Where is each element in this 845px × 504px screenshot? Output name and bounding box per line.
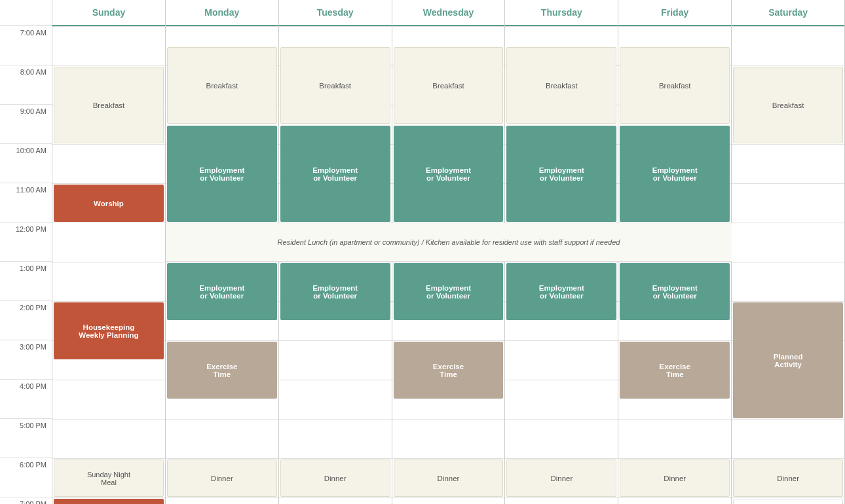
grid-line xyxy=(732,144,844,145)
time-label: 8:00 AM xyxy=(0,65,52,105)
day-body-wednesday: Resident Lunch (in apartment or communit… xyxy=(392,26,505,504)
grid-line xyxy=(52,301,165,302)
grid-line xyxy=(52,497,165,498)
event-employment: Employment or Volunteer xyxy=(280,126,390,222)
event-exercise: Exercise Time xyxy=(394,342,504,399)
event-exercise: Exercise Time xyxy=(167,342,277,399)
event-exercise: Exercise Time xyxy=(620,342,730,399)
day-body-thursday: BreakfastEmployment or VolunteerEmployme… xyxy=(505,26,618,504)
grid-line xyxy=(52,223,165,223)
grid-line xyxy=(392,223,505,223)
event-breakfast: Breakfast xyxy=(54,67,164,143)
day-col-saturday: SaturdayBreakfastPlanned ActivityDinnerS… xyxy=(732,0,845,504)
event-social: Social Activity (Minor/Major League Spor… xyxy=(733,499,843,504)
day-header-saturday: Saturday xyxy=(732,0,844,26)
event-employment: Employment or Volunteer xyxy=(620,126,730,222)
grid-line xyxy=(732,419,844,420)
grid-line xyxy=(732,26,844,27)
grid-line xyxy=(52,144,165,145)
event-sat-dinner: Dinner xyxy=(733,459,843,497)
grid-line xyxy=(505,497,618,498)
day-header-wednesday: Wednesday xyxy=(392,0,505,26)
time-label: 2:00 PM xyxy=(0,301,52,340)
grid-line xyxy=(166,223,278,223)
day-col-friday: FridayBreakfastEmployment or VolunteerEm… xyxy=(618,0,732,504)
time-label: 11:00 AM xyxy=(0,183,52,223)
day-body-monday: BreakfastEmployment or VolunteerEmployme… xyxy=(166,26,278,504)
event-dinner: Dinner xyxy=(280,459,390,497)
time-column: 7:00 AM8:00 AM9:00 AM10:00 AM11:00 AM12:… xyxy=(0,0,52,504)
grid-line xyxy=(52,458,165,459)
day-body-friday: BreakfastEmployment or VolunteerEmployme… xyxy=(618,26,731,504)
grid-line xyxy=(52,183,165,184)
event-dinner: Dinner xyxy=(394,459,504,497)
grid-line xyxy=(618,262,731,262)
event-dinner: Dinner xyxy=(620,459,730,497)
grid-line xyxy=(52,380,165,380)
event-breakfast: Breakfast xyxy=(280,47,390,124)
day-col-wednesday: WednesdayResident Lunch (in apartment or… xyxy=(392,0,506,504)
event-housekeeping: Housekeeping Weekly Planning xyxy=(54,302,164,359)
time-label: 7:00 AM xyxy=(0,26,52,65)
event-employment: Employment or Volunteer xyxy=(167,263,277,320)
day-col-monday: MondayBreakfastEmployment or VolunteerEm… xyxy=(166,0,279,504)
time-label: 6:00 PM xyxy=(0,458,52,497)
grid-line xyxy=(392,262,505,262)
time-label: 1:00 PM xyxy=(0,262,52,301)
grid-line xyxy=(166,262,278,262)
event-employment: Employment or Volunteer xyxy=(394,126,504,222)
grid-line xyxy=(505,223,618,223)
event-breakfast: Breakfast xyxy=(394,47,504,124)
grid-line xyxy=(618,497,731,498)
grid-line xyxy=(279,380,392,380)
grid-line xyxy=(505,340,618,341)
time-header xyxy=(0,0,52,26)
grid-line xyxy=(732,458,844,459)
event-employment: Employment or Volunteer xyxy=(506,126,616,222)
grid-line xyxy=(505,26,618,27)
day-header-monday: Monday xyxy=(166,0,278,26)
grid-line xyxy=(279,419,392,420)
grid-line xyxy=(279,340,392,341)
grid-line xyxy=(52,65,165,66)
grid-line xyxy=(279,458,392,459)
grid-line xyxy=(166,26,278,27)
time-label: 5:00 PM xyxy=(0,419,52,458)
grid-line xyxy=(505,380,618,380)
grid-line xyxy=(166,458,278,459)
event-breakfast: Breakfast xyxy=(167,47,277,124)
grid-line xyxy=(505,262,618,262)
grid-line xyxy=(166,497,278,498)
event-dinner: Dinner xyxy=(506,459,616,497)
grid-line xyxy=(279,223,392,223)
grid-line xyxy=(505,458,618,459)
event-employment: Employment or Volunteer xyxy=(506,263,616,320)
grid-line xyxy=(732,497,844,498)
grid-line xyxy=(392,340,505,341)
grid-line xyxy=(618,419,731,420)
day-body-saturday: BreakfastPlanned ActivityDinnerSocial Ac… xyxy=(732,26,844,504)
day-col-thursday: ThursdayBreakfastEmployment or Volunteer… xyxy=(505,0,618,504)
grid-line xyxy=(618,26,731,27)
grid-line xyxy=(392,458,505,459)
grid-line xyxy=(166,419,278,420)
time-label: 3:00 PM xyxy=(0,340,52,380)
event-dinner: Dinner xyxy=(167,459,277,497)
grid-line xyxy=(732,223,844,223)
event-planned: Planned Activity xyxy=(733,302,843,418)
event-breakfast: Breakfast xyxy=(620,47,730,124)
grid-line xyxy=(166,340,278,341)
event-worship: Worship xyxy=(54,185,164,222)
day-header-thursday: Thursday xyxy=(505,0,618,26)
grid-line xyxy=(618,458,731,459)
grid-line xyxy=(52,262,165,262)
event-breakfast: Breakfast xyxy=(506,47,616,124)
time-label: 4:00 PM xyxy=(0,380,52,419)
schedule-container: 7:00 AM8:00 AM9:00 AM10:00 AM11:00 AM12:… xyxy=(0,0,845,504)
time-label: 12:00 PM xyxy=(0,223,52,262)
day-body-sunday: BreakfastWorshipHousekeeping Weekly Plan… xyxy=(52,26,165,504)
event-employment: Employment or Volunteer xyxy=(620,263,730,320)
day-header-friday: Friday xyxy=(618,0,731,26)
grid-line xyxy=(732,262,844,262)
grid-line xyxy=(618,340,731,341)
